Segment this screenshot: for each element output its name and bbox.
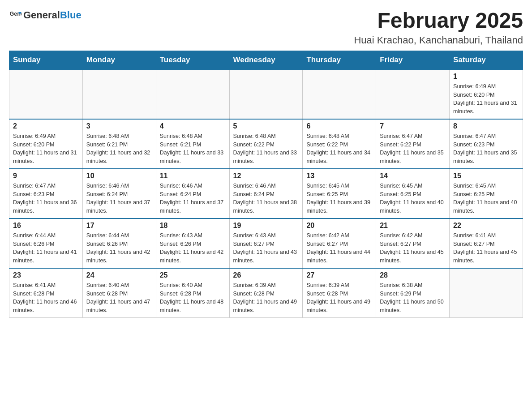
weekday-header-saturday: Saturday <box>450 51 523 69</box>
day-info: Sunrise: 6:45 AM Sunset: 6:25 PM Dayligh… <box>306 182 372 215</box>
calendar-cell: 26Sunrise: 6:39 AM Sunset: 6:28 PM Dayli… <box>229 268 303 318</box>
calendar-cell: 4Sunrise: 6:48 AM Sunset: 6:21 PM Daylig… <box>156 119 229 169</box>
weekday-header-wednesday: Wednesday <box>229 51 303 69</box>
day-info: Sunrise: 6:45 AM Sunset: 6:25 PM Dayligh… <box>453 182 519 215</box>
calendar-body: 1Sunrise: 6:49 AM Sunset: 6:20 PM Daylig… <box>9 69 523 318</box>
calendar-table: SundayMondayTuesdayWednesdayThursdayFrid… <box>9 51 523 318</box>
day-info: Sunrise: 6:41 AM Sunset: 6:27 PM Dayligh… <box>453 231 519 265</box>
day-number: 26 <box>233 271 299 279</box>
day-info: Sunrise: 6:44 AM Sunset: 6:26 PM Dayligh… <box>13 231 79 265</box>
day-info: Sunrise: 6:43 AM Sunset: 6:26 PM Dayligh… <box>160 231 226 265</box>
day-info: Sunrise: 6:45 AM Sunset: 6:25 PM Dayligh… <box>380 182 446 215</box>
day-info: Sunrise: 6:44 AM Sunset: 6:26 PM Dayligh… <box>86 231 152 265</box>
day-info: Sunrise: 6:47 AM Sunset: 6:23 PM Dayligh… <box>13 182 79 215</box>
calendar-cell: 3Sunrise: 6:48 AM Sunset: 6:21 PM Daylig… <box>82 119 156 169</box>
day-number: 20 <box>306 222 372 230</box>
calendar-cell: 16Sunrise: 6:44 AM Sunset: 6:26 PM Dayli… <box>9 218 83 268</box>
day-info: Sunrise: 6:48 AM Sunset: 6:22 PM Dayligh… <box>306 132 372 166</box>
day-number: 9 <box>13 172 79 180</box>
day-info: Sunrise: 6:42 AM Sunset: 6:27 PM Dayligh… <box>380 231 446 265</box>
calendar-cell: 14Sunrise: 6:45 AM Sunset: 6:25 PM Dayli… <box>376 169 450 218</box>
month-title: February 2025 <box>354 9 523 33</box>
calendar-cell: 2Sunrise: 6:49 AM Sunset: 6:20 PM Daylig… <box>9 119 83 169</box>
logo-text-general: General <box>23 9 60 21</box>
weekday-header-thursday: Thursday <box>303 51 376 69</box>
day-info: Sunrise: 6:49 AM Sunset: 6:20 PM Dayligh… <box>453 82 519 116</box>
calendar-cell <box>82 69 156 119</box>
day-info: Sunrise: 6:47 AM Sunset: 6:22 PM Dayligh… <box>380 132 446 166</box>
day-number: 5 <box>233 122 299 130</box>
calendar-cell: 20Sunrise: 6:42 AM Sunset: 6:27 PM Dayli… <box>303 218 376 268</box>
weekday-header-friday: Friday <box>376 51 450 69</box>
day-info: Sunrise: 6:49 AM Sunset: 6:20 PM Dayligh… <box>13 132 79 166</box>
calendar-cell: 25Sunrise: 6:40 AM Sunset: 6:28 PM Dayli… <box>156 268 229 318</box>
day-number: 7 <box>380 122 446 130</box>
title-block: February 2025 Huai Krachao, Kanchanaburi… <box>354 9 523 46</box>
calendar-cell: 11Sunrise: 6:46 AM Sunset: 6:24 PM Dayli… <box>156 169 229 218</box>
day-number: 12 <box>233 172 299 180</box>
day-number: 6 <box>306 122 372 130</box>
day-info: Sunrise: 6:48 AM Sunset: 6:21 PM Dayligh… <box>160 132 226 166</box>
day-number: 13 <box>306 172 372 180</box>
day-number: 23 <box>13 271 79 279</box>
day-info: Sunrise: 6:48 AM Sunset: 6:21 PM Dayligh… <box>86 132 152 166</box>
calendar-cell: 12Sunrise: 6:46 AM Sunset: 6:24 PM Dayli… <box>229 169 303 218</box>
day-number: 11 <box>160 172 226 180</box>
calendar-week-row: 1Sunrise: 6:49 AM Sunset: 6:20 PM Daylig… <box>9 69 523 119</box>
day-number: 8 <box>453 122 519 130</box>
calendar-cell: 23Sunrise: 6:41 AM Sunset: 6:28 PM Dayli… <box>9 268 83 318</box>
calendar-cell: 8Sunrise: 6:47 AM Sunset: 6:23 PM Daylig… <box>450 119 523 169</box>
calendar-header: SundayMondayTuesdayWednesdayThursdayFrid… <box>9 51 523 69</box>
day-number: 21 <box>380 222 446 230</box>
location-title: Huai Krachao, Kanchanaburi, Thailand <box>354 34 523 46</box>
calendar-cell: 27Sunrise: 6:39 AM Sunset: 6:28 PM Dayli… <box>303 268 376 318</box>
calendar-cell <box>450 268 523 318</box>
day-number: 16 <box>13 222 79 230</box>
logo-text-blue: Blue <box>60 9 82 21</box>
calendar-cell <box>229 69 303 119</box>
calendar-cell: 5Sunrise: 6:48 AM Sunset: 6:22 PM Daylig… <box>229 119 303 169</box>
calendar-cell: 15Sunrise: 6:45 AM Sunset: 6:25 PM Dayli… <box>450 169 523 218</box>
day-info: Sunrise: 6:38 AM Sunset: 6:29 PM Dayligh… <box>380 281 446 315</box>
calendar-cell <box>376 69 450 119</box>
calendar-cell: 7Sunrise: 6:47 AM Sunset: 6:22 PM Daylig… <box>376 119 450 169</box>
weekday-header-tuesday: Tuesday <box>156 51 229 69</box>
calendar-cell <box>9 69 83 119</box>
day-number: 1 <box>453 73 519 81</box>
calendar-cell: 22Sunrise: 6:41 AM Sunset: 6:27 PM Dayli… <box>450 218 523 268</box>
day-number: 14 <box>380 172 446 180</box>
calendar-cell: 13Sunrise: 6:45 AM Sunset: 6:25 PM Dayli… <box>303 169 376 218</box>
page-header: General GeneralBlue February 2025 Huai K… <box>9 9 523 46</box>
day-number: 24 <box>86 271 152 279</box>
calendar-cell: 1Sunrise: 6:49 AM Sunset: 6:20 PM Daylig… <box>450 69 523 119</box>
day-info: Sunrise: 6:43 AM Sunset: 6:27 PM Dayligh… <box>233 231 299 265</box>
day-number: 22 <box>453 222 519 230</box>
day-info: Sunrise: 6:46 AM Sunset: 6:24 PM Dayligh… <box>160 182 226 215</box>
day-info: Sunrise: 6:46 AM Sunset: 6:24 PM Dayligh… <box>233 182 299 215</box>
day-info: Sunrise: 6:42 AM Sunset: 6:27 PM Dayligh… <box>306 231 372 265</box>
weekday-header-row: SundayMondayTuesdayWednesdayThursdayFrid… <box>9 51 523 69</box>
weekday-header-monday: Monday <box>82 51 156 69</box>
calendar-week-row: 9Sunrise: 6:47 AM Sunset: 6:23 PM Daylig… <box>9 169 523 218</box>
calendar-cell: 10Sunrise: 6:46 AM Sunset: 6:24 PM Dayli… <box>82 169 156 218</box>
day-number: 15 <box>453 172 519 180</box>
day-info: Sunrise: 6:40 AM Sunset: 6:28 PM Dayligh… <box>160 281 226 315</box>
day-number: 3 <box>86 122 152 130</box>
day-info: Sunrise: 6:41 AM Sunset: 6:28 PM Dayligh… <box>13 281 79 315</box>
calendar-cell <box>156 69 229 119</box>
calendar-cell: 21Sunrise: 6:42 AM Sunset: 6:27 PM Dayli… <box>376 218 450 268</box>
day-number: 19 <box>233 222 299 230</box>
day-number: 27 <box>306 271 372 279</box>
calendar-cell: 17Sunrise: 6:44 AM Sunset: 6:26 PM Dayli… <box>82 218 156 268</box>
day-number: 28 <box>380 271 446 279</box>
day-info: Sunrise: 6:39 AM Sunset: 6:28 PM Dayligh… <box>306 281 372 315</box>
weekday-header-sunday: Sunday <box>9 51 83 69</box>
day-info: Sunrise: 6:40 AM Sunset: 6:28 PM Dayligh… <box>86 281 152 315</box>
day-number: 17 <box>86 222 152 230</box>
calendar-cell: 9Sunrise: 6:47 AM Sunset: 6:23 PM Daylig… <box>9 169 83 218</box>
calendar-cell: 6Sunrise: 6:48 AM Sunset: 6:22 PM Daylig… <box>303 119 376 169</box>
calendar-cell: 18Sunrise: 6:43 AM Sunset: 6:26 PM Dayli… <box>156 218 229 268</box>
logo: General GeneralBlue <box>9 9 82 21</box>
calendar-cell: 24Sunrise: 6:40 AM Sunset: 6:28 PM Dayli… <box>82 268 156 318</box>
calendar-cell: 28Sunrise: 6:38 AM Sunset: 6:29 PM Dayli… <box>376 268 450 318</box>
